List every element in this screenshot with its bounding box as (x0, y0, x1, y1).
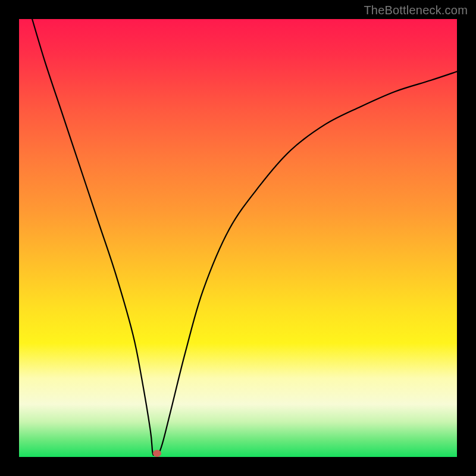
optimum-marker (153, 450, 161, 457)
watermark-text: TheBottleneck.com (364, 4, 468, 17)
bottleneck-curve (19, 19, 457, 457)
plot-area (19, 19, 457, 457)
chart-frame: TheBottleneck.com (0, 0, 476, 476)
